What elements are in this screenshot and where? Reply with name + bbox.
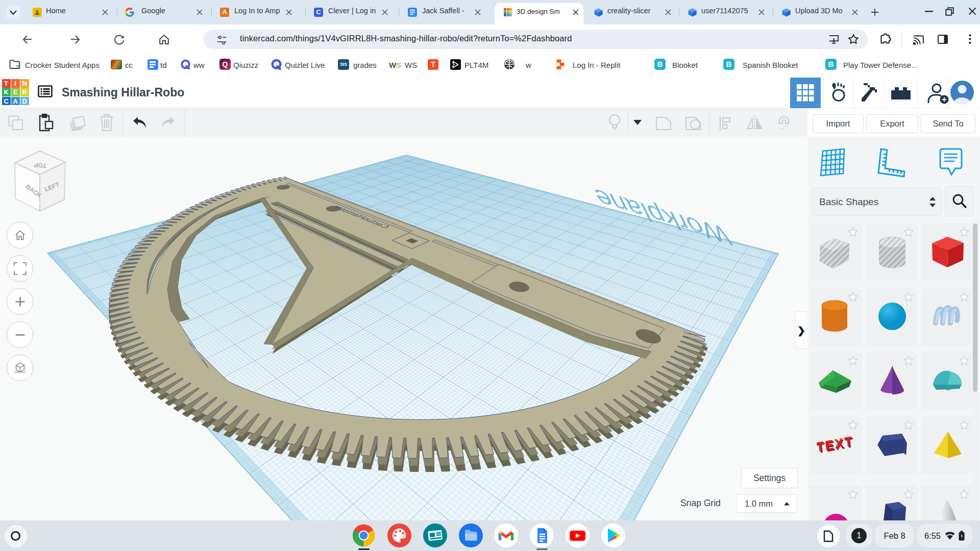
svg-text:TOP: TOP <box>34 161 46 169</box>
